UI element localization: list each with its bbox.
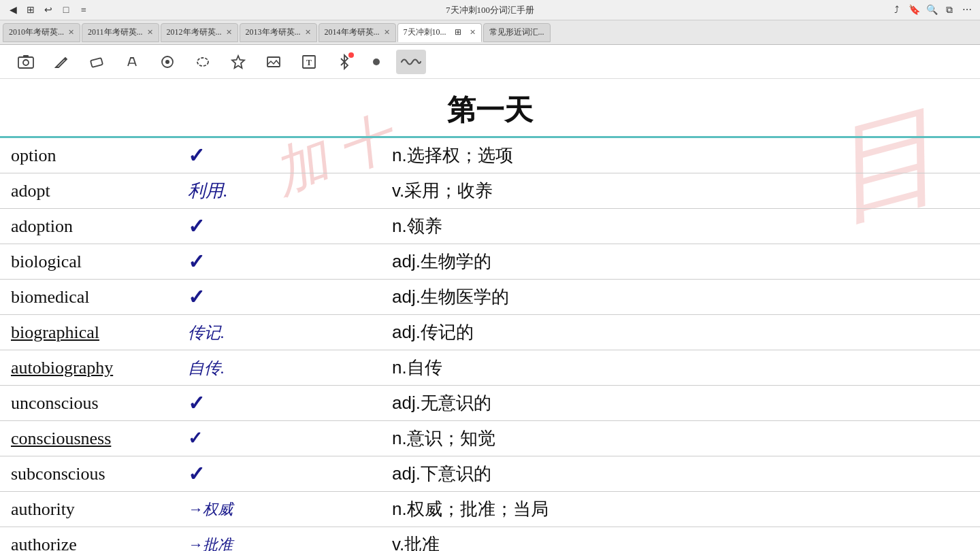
checkmark: ✓ bbox=[188, 250, 205, 273]
checkmark: ✓ bbox=[188, 392, 205, 414]
tab-similar[interactable]: 常见形近词汇... bbox=[483, 23, 551, 42]
word-cell: adopt bbox=[0, 173, 177, 209]
annotation-cell: 传记. bbox=[177, 315, 381, 350]
meaning-cell: adj.下意识的 bbox=[381, 456, 980, 492]
svg-rect-2 bbox=[23, 55, 29, 57]
tab-7days-icon[interactable]: ⊞ bbox=[451, 25, 466, 40]
toolbar-eraser-icon[interactable] bbox=[84, 50, 109, 74]
table-row: subconscious ✓ adj.下意识的 bbox=[0, 456, 980, 492]
meaning-cell: adj.生物学的 bbox=[381, 244, 980, 280]
table-row: biomedical ✓ adj.生物医学的 bbox=[0, 280, 980, 315]
checkmark: ✓ bbox=[188, 286, 205, 308]
nav-icon-copy[interactable]: ⧉ bbox=[942, 3, 957, 18]
svg-point-7 bbox=[165, 60, 169, 64]
page-counter: 7天冲刺100分词汇手册 bbox=[94, 4, 886, 16]
nav-icon-bookmark[interactable]: 🔖 bbox=[906, 3, 921, 18]
tab-2012[interactable]: 2012年考研英... ✕ bbox=[161, 23, 238, 42]
nav-icon-grid[interactable]: ⊞ bbox=[23, 3, 38, 18]
table-row: adopt 利用. v.采用；收养 bbox=[0, 173, 980, 209]
nav-icon-full[interactable]: ≡ bbox=[76, 3, 91, 18]
table-row: biological ✓ adj.生物学的 bbox=[0, 244, 980, 280]
toolbar-pen-icon[interactable] bbox=[49, 50, 74, 74]
toolbar-dot bbox=[373, 59, 380, 65]
toolbar-text-icon[interactable]: T bbox=[297, 50, 321, 74]
checkmark: ✓ bbox=[188, 463, 205, 485]
meaning-cell: adj.传记的 bbox=[381, 315, 980, 350]
nav-icon-more[interactable]: ⋯ bbox=[960, 3, 975, 18]
svg-rect-4 bbox=[91, 58, 103, 67]
annotation-cell: ✓ bbox=[177, 456, 381, 492]
table-row: consciousness ✓ n.意识；知觉 bbox=[0, 421, 980, 456]
tab-close-7days[interactable]: ✕ bbox=[470, 28, 476, 37]
tab-2013[interactable]: 2013年考研英... ✕ bbox=[240, 23, 317, 42]
arrow-annotation: →批准 bbox=[188, 536, 233, 551]
svg-text:T: T bbox=[306, 58, 312, 67]
word-cell: authority bbox=[0, 492, 177, 527]
page-title: 第一天 bbox=[0, 79, 980, 136]
tab-close-2014[interactable]: ✕ bbox=[384, 28, 390, 37]
annotation-cell: →权威 bbox=[177, 492, 381, 527]
toolbar-star-icon[interactable] bbox=[226, 50, 250, 74]
tab-close-2011[interactable]: ✕ bbox=[147, 28, 153, 37]
word-cell: autobiography bbox=[0, 350, 177, 386]
annotation-cell: 自传. bbox=[177, 350, 381, 386]
tab-2010[interactable]: 2010年考研英... ✕ bbox=[3, 23, 80, 42]
word-cell: adoption bbox=[0, 209, 177, 244]
svg-point-1 bbox=[23, 60, 29, 65]
meaning-cell: v.采用；收养 bbox=[381, 173, 980, 209]
toolbar-lasso-icon[interactable] bbox=[191, 50, 215, 74]
meaning-cell: n.自传 bbox=[381, 350, 980, 386]
meaning-cell: n.权威；批准；当局 bbox=[381, 492, 980, 527]
word-cell: biographical bbox=[0, 315, 177, 350]
toolbar: T bbox=[0, 45, 980, 79]
checkmark: ✓ bbox=[188, 429, 203, 448]
svg-point-8 bbox=[197, 58, 208, 66]
table-row: adoption ✓ n.领养 bbox=[0, 209, 980, 244]
tab-7days[interactable]: 7天冲刺10... ⊞ ✕ bbox=[397, 23, 482, 42]
toolbar-image-icon[interactable] bbox=[261, 50, 286, 74]
tab-close-2010[interactable]: ✕ bbox=[68, 28, 74, 37]
table-row: biographical 传记. adj.传记的 bbox=[0, 315, 980, 350]
vocab-table: option ✓ n.选择权；选项 adopt 利用. v.采用；收养 adop… bbox=[0, 136, 980, 551]
tab-close-2013[interactable]: ✕ bbox=[305, 28, 311, 37]
tab-2011[interactable]: 2011年考研英... ✕ bbox=[82, 23, 159, 42]
annotation-cell: ✓ bbox=[177, 244, 381, 280]
svg-marker-9 bbox=[232, 56, 244, 68]
annotation-cell: ✓ bbox=[177, 280, 381, 315]
tab-close-2012[interactable]: ✕ bbox=[226, 28, 232, 37]
checkmark: ✓ bbox=[188, 215, 205, 237]
svg-rect-0 bbox=[18, 57, 33, 68]
table-row: autobiography 自传. n.自传 bbox=[0, 350, 980, 386]
nav-icon-back2[interactable]: ↩ bbox=[41, 3, 56, 18]
table-row: unconscious ✓ adj.无意识的 bbox=[0, 386, 980, 421]
top-nav: ◀ ⊞ ↩ □ ≡ 7天冲刺100分词汇手册 ⤴ 🔖 🔍 ⧉ ⋯ bbox=[0, 0, 980, 20]
nav-icon-search[interactable]: 🔍 bbox=[924, 3, 939, 18]
table-row: option ✓ n.选择权；选项 bbox=[0, 137, 980, 173]
meaning-cell: v.批准 bbox=[381, 527, 980, 552]
word-cell: consciousness bbox=[0, 421, 177, 456]
toolbar-highlighter-icon[interactable] bbox=[120, 50, 144, 74]
word-cell: biological bbox=[0, 244, 177, 280]
content-area: 加 十 目 第一天 option ✓ n.选择权；选项 adopt 利用. v.… bbox=[0, 79, 980, 551]
nav-back-icon[interactable]: ◀ bbox=[5, 3, 20, 18]
word-cell: option bbox=[0, 137, 177, 173]
checkmark: ✓ bbox=[188, 144, 205, 167]
annotation-cell: ✓ bbox=[177, 421, 381, 456]
tab-2014[interactable]: 2014年考研英... ✕ bbox=[318, 23, 396, 42]
annotation-cell: ✓ bbox=[177, 209, 381, 244]
annotation-cell: 利用. bbox=[177, 173, 381, 209]
word-cell: authorize bbox=[0, 527, 177, 552]
toolbar-bluetooth-icon[interactable] bbox=[332, 50, 357, 74]
toolbar-wave-button[interactable] bbox=[396, 50, 426, 74]
meaning-cell: adj.生物医学的 bbox=[381, 280, 980, 315]
annotation-cell: →批准 bbox=[177, 527, 381, 552]
handwritten-annotation: 传记. bbox=[188, 324, 225, 341]
handwritten-annotation: 自传. bbox=[188, 359, 225, 377]
toolbar-shapes-icon[interactable] bbox=[155, 50, 180, 74]
toolbar-camera-icon[interactable] bbox=[14, 50, 38, 74]
meaning-cell: adj.无意识的 bbox=[381, 386, 980, 421]
nav-icon-share[interactable]: ⤴ bbox=[889, 3, 904, 18]
meaning-cell: n.意识；知觉 bbox=[381, 421, 980, 456]
arrow-annotation: →权威 bbox=[188, 501, 233, 518]
nav-icon-pages[interactable]: □ bbox=[59, 3, 74, 18]
